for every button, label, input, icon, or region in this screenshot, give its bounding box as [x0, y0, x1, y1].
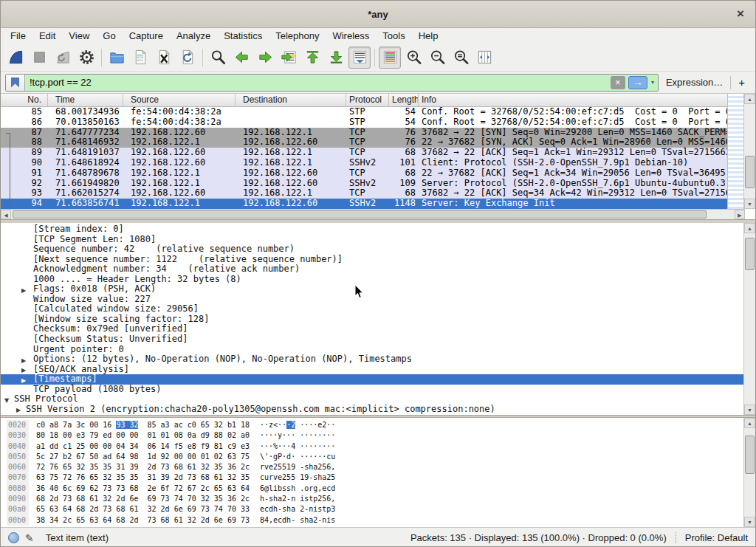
display-filter-input[interactable] [25, 77, 611, 88]
find-packet-button[interactable] [207, 47, 229, 69]
go-to-packet-button[interactable] [278, 47, 300, 69]
hex-row[interactable]: 00505c 27 b2 67 50 ad 64 98 1d 92 00 00 … [1, 452, 743, 462]
hex-row[interactable]: 00a065 63 64 68 2d 73 68 61 32 2d 6e 69 … [1, 504, 743, 515]
detail-line[interactable]: Acknowledgment number: 34 (relative ack … [1, 264, 743, 275]
scroll-up-icon[interactable]: ▲ [744, 94, 755, 104]
stop-capture-button[interactable] [28, 47, 50, 69]
packet-row-87[interactable]: 8771.647777234192.168.122.60192.168.122.… [1, 128, 729, 138]
packet-list-scrollbar[interactable]: ▲ ▼ [743, 94, 755, 209]
scrollbar-track[interactable] [11, 210, 735, 219]
tree-expand-icon[interactable]: ▶ [21, 356, 26, 365]
detail-line[interactable]: ▶[Timestamps] [1, 374, 743, 385]
scroll-up-icon[interactable]: ▲ [744, 418, 755, 428]
hex-row[interactable]: 0020c0 a8 7a 3c 00 16 93 32 85 a3 ac c0 … [1, 420, 743, 430]
start-capture-button[interactable] [4, 47, 27, 69]
titlebar[interactable]: *any × [1, 1, 755, 28]
hex-row[interactable]: 006072 76 65 32 35 35 31 39 2d 73 68 61 … [1, 462, 743, 472]
menu-statistics[interactable]: Statistics [217, 30, 269, 42]
column-header-no[interactable]: No. [1, 94, 48, 106]
tree-collapse-icon[interactable]: ▼ [4, 396, 9, 405]
hex-row[interactable]: 008036 40 6c 69 62 73 73 68 2e 6f 72 67 … [1, 484, 743, 494]
scroll-right-icon[interactable]: ▶ [735, 210, 745, 219]
detail-line[interactable]: Sequence number: 42 (relative sequence n… [1, 244, 743, 255]
auto-scroll-button[interactable] [348, 47, 371, 69]
detail-line[interactable]: 1000 .... = Header Length: 32 bytes (8) [1, 275, 743, 285]
detail-line[interactable]: ▶SSH Version 2 (encryption:chacha20-poly… [1, 405, 743, 415]
hex-row[interactable]: 007063 75 72 76 65 32 35 35 31 39 2d 73 … [1, 472, 743, 483]
packet-row-92[interactable]: 9271.661949820192.168.122.1192.168.122.6… [1, 179, 729, 189]
tree-expand-icon[interactable]: ▶ [21, 286, 26, 295]
display-filter-field[interactable]: × → ▾ [5, 74, 659, 92]
hex-scrollbar[interactable]: ▲ ▼ [743, 418, 755, 527]
column-header-length[interactable]: Length [389, 94, 419, 106]
scrollbar-thumb[interactable] [745, 156, 755, 188]
hex-row[interactable]: 0040a1 dd c1 25 00 00 04 34 06 14 f5 e8 … [1, 441, 743, 452]
column-header-source[interactable]: Source [123, 94, 236, 106]
packet-row-90[interactable]: 9071.648618924192.168.122.60192.168.122.… [1, 158, 729, 168]
detail-line[interactable]: ▶Options: (12 bytes), No-Operation (NOP)… [1, 354, 743, 365]
details-scrollbar[interactable]: ▲ ▼ [743, 223, 755, 415]
scroll-left-icon[interactable]: ◀ [1, 210, 11, 219]
tree-expand-icon[interactable]: ▶ [21, 376, 26, 385]
filter-apply-icon[interactable]: → [628, 76, 647, 89]
detail-line[interactable]: [Calculated window size: 29056] [1, 304, 743, 314]
hex-row[interactable]: 003080 18 00 e3 79 ed 00 00 01 01 08 0a … [1, 430, 743, 441]
menu-tools[interactable]: Tools [376, 30, 411, 42]
detail-line[interactable]: Checksum: 0x79ed [unverified] [1, 324, 743, 334]
detail-line[interactable]: Window size value: 227 [1, 295, 743, 305]
filter-bookmark-button[interactable] [6, 75, 25, 91]
resize-columns-button[interactable] [473, 47, 495, 69]
detail-line[interactable]: ▼SSH Protocol [1, 394, 743, 405]
column-header-protocol[interactable]: Protocol [346, 94, 389, 106]
detail-line[interactable]: TCP payload (1080 bytes) [1, 385, 743, 395]
capture-options-button[interactable] [75, 47, 97, 69]
column-header-destination[interactable]: Destination [236, 94, 346, 106]
go-first-button[interactable] [301, 47, 323, 69]
packet-list-minimap[interactable] [727, 94, 743, 209]
packet-row-89[interactable]: 8971.648191037192.168.122.60192.168.122.… [1, 148, 729, 158]
column-header-time[interactable]: Time [48, 94, 123, 106]
packet-row-85[interactable]: 8568.001734936fe:54:00:d4:38:2aSTP54Conf… [1, 107, 729, 117]
close-file-button[interactable] [153, 47, 175, 69]
scrollbar-thumb[interactable] [13, 210, 707, 219]
menu-analyze[interactable]: Analyze [170, 30, 217, 42]
detail-line[interactable]: [Stream index: 0] [1, 224, 743, 235]
packet-list-hscrollbar[interactable]: ◀ ▶ [1, 209, 745, 219]
scrollbar-track[interactable] [744, 104, 755, 199]
column-header-info[interactable]: Info [419, 94, 729, 106]
menu-capture[interactable]: Capture [123, 30, 170, 42]
detail-line[interactable]: [Checksum Status: Unverified] [1, 334, 743, 345]
expert-info-icon[interactable] [8, 532, 19, 543]
menu-view[interactable]: View [62, 30, 96, 42]
packet-row-91[interactable]: 9171.648789678192.168.122.1192.168.122.6… [1, 168, 729, 179]
tree-expand-icon[interactable]: ▶ [16, 405, 21, 414]
go-last-button[interactable] [325, 47, 347, 69]
scrollbar-track[interactable] [744, 428, 755, 517]
zoom-out-button[interactable] [426, 47, 448, 69]
filter-clear-icon[interactable]: × [611, 76, 625, 89]
scrollbar-thumb[interactable] [745, 238, 755, 270]
scroll-down-icon[interactable]: ▼ [744, 517, 755, 527]
filter-history-caret-icon[interactable]: ▾ [647, 79, 658, 86]
detail-line[interactable]: ▶[SEQ/ACK analysis] [1, 365, 743, 375]
zoom-in-button[interactable] [402, 47, 425, 69]
menu-edit[interactable]: Edit [32, 30, 62, 42]
colorize-button[interactable] [379, 47, 401, 69]
menu-wireless[interactable]: Wireless [326, 30, 376, 42]
packet-row-86[interactable]: 8670.013850163fe:54:00:d4:38:2aSTP54Conf… [1, 117, 729, 128]
close-icon[interactable]: × [733, 7, 748, 21]
save-file-button[interactable]: 010101100111 [129, 47, 151, 69]
detail-line[interactable]: ▶Flags: 0x018 (PSH, ACK) [1, 284, 743, 295]
menu-file[interactable]: File [4, 30, 32, 42]
scroll-down-icon[interactable]: ▼ [744, 405, 755, 415]
profile-label[interactable]: Profile: Default [685, 532, 748, 543]
scroll-up-icon[interactable]: ▲ [744, 223, 755, 233]
menu-telephony[interactable]: Telephony [269, 30, 326, 42]
capture-comment-icon[interactable]: ✎ [25, 533, 34, 543]
scroll-down-icon[interactable]: ▼ [744, 199, 755, 209]
scrollbar-thumb[interactable] [745, 436, 755, 474]
open-file-button[interactable] [106, 47, 128, 69]
menu-help[interactable]: Help [412, 30, 445, 42]
packet-row-94[interactable]: 9471.663856741192.168.122.1192.168.122.6… [1, 199, 729, 209]
detail-line[interactable]: Urgent pointer: 0 [1, 345, 743, 355]
